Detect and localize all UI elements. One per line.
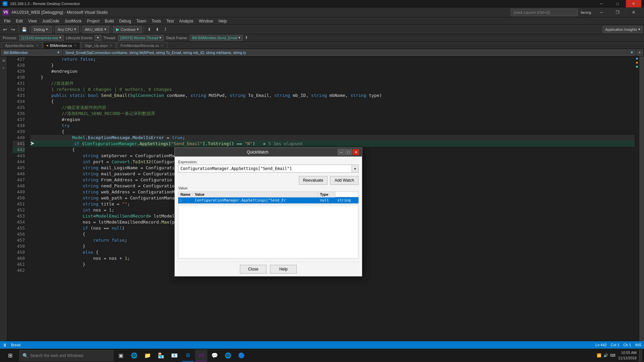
tab-frmmember[interactable]: FrmMemberRecords.cs ✕	[117, 42, 167, 49]
vs-app-icon: VS	[3, 9, 9, 15]
qw-addwatch-btn[interactable]: Add Watch	[330, 176, 359, 185]
menu-project[interactable]: Project	[84, 18, 102, 24]
qw-close-btn[interactable]: ✕	[353, 149, 359, 155]
menu-analyze[interactable]: Analyze	[176, 18, 196, 24]
taskbar-edge[interactable]: 🌐	[128, 350, 140, 362]
activity-bar: ⊠ ≡	[0, 56, 7, 341]
taskbar-mail[interactable]: 📧	[168, 350, 180, 362]
taskbar-ie[interactable]: 🌐	[222, 350, 234, 362]
tb-step-out[interactable]: ⤴	[162, 26, 169, 33]
vs-minimize-button[interactable]: ─	[594, 7, 609, 17]
vertical-scrollbar[interactable]	[639, 56, 644, 341]
tab-frmmember-close[interactable]: ✕	[161, 44, 164, 47]
taskbar-rdp[interactable]: 🖥	[182, 350, 194, 362]
qw-reevaluate-btn[interactable]: Reevaluate	[299, 176, 327, 185]
thread-label: Thread:	[103, 36, 116, 40]
menu-build[interactable]: Build	[102, 18, 117, 24]
taskbar-task-view[interactable]: ▣	[115, 350, 127, 362]
process-value: [12124] iisexpress.exe	[21, 36, 58, 40]
stack-expand-icon[interactable]: ⬆	[245, 36, 248, 40]
qw-minimize-btn[interactable]: ─	[338, 149, 344, 155]
continue-label: Continue	[121, 27, 136, 32]
tb-save-button[interactable]: 💾	[20, 26, 28, 33]
app-insights-button[interactable]: Application Insights ▾	[603, 26, 643, 33]
qw-value-label: Value:	[178, 186, 359, 190]
menu-view[interactable]: View	[25, 18, 40, 24]
taskbar-skype[interactable]: 💬	[209, 350, 221, 362]
tab-bllmember-close[interactable]: ✕	[74, 44, 77, 47]
nav-namespace-dropdown[interactable]: Bill.BillMember ▾	[1, 50, 62, 56]
nav-member-dropdown[interactable]: Send_Email(SqlConnection conName, string…	[63, 50, 635, 56]
menu-test[interactable]: Test	[164, 18, 176, 24]
tab-bllmember[interactable]: ● BllMember.cs ✕	[43, 42, 80, 49]
menu-team[interactable]: Team	[134, 18, 149, 24]
tb-separator-2	[30, 26, 30, 33]
lifecycle-dropdown[interactable]: ▾	[95, 35, 101, 41]
show-desktop-button[interactable]	[639, 350, 642, 362]
qw-title: QuickWatch	[177, 150, 338, 155]
qw-value-detail-area[interactable]	[178, 205, 359, 258]
menu-help[interactable]: Help	[216, 18, 229, 24]
project-dropdown[interactable]: AKU_WEB ▾	[83, 26, 109, 33]
nav-namespace-label: Bill.BillMember	[4, 51, 28, 55]
taskbar-time[interactable]: 10:55 AM 11/12/2018	[618, 350, 637, 361]
vs-close-button[interactable]: ✕	[626, 7, 641, 17]
qw-body: Expression: ▾ Reevaluate Add Watch Value…	[175, 157, 362, 262]
continue-button[interactable]: ▶ Continue ▾	[113, 26, 142, 33]
search-bar[interactable]: 🔍 Search the web and Windows	[19, 350, 113, 361]
menu-file[interactable]: File	[1, 18, 13, 24]
tb-redo-button[interactable]: ↪	[9, 26, 17, 33]
vs-restore-button[interactable]: ❐	[610, 7, 625, 17]
network-icon: 📶	[597, 353, 601, 358]
qw-expression-label: Expression:	[178, 160, 359, 164]
qw-table-row[interactable]: ▷ ConfigurationManager.AppSettings["Send…	[178, 197, 359, 203]
menu-tools[interactable]: Tools	[149, 18, 164, 24]
tb-step-over[interactable]: ⬆	[146, 26, 153, 33]
os-minimize-button[interactable]: ─	[594, 0, 609, 7]
os-maximize-button[interactable]: □	[610, 0, 625, 7]
qw-col-type: Type	[318, 192, 335, 197]
vs-search[interactable]: Quick Launch (Ctrl+Q)	[511, 9, 578, 16]
tb-step-into[interactable]: ⬇	[154, 26, 161, 33]
menu-edit[interactable]: Edit	[13, 18, 25, 24]
tab-ajaxhandler[interactable]: AjaxHandler.ashx ✕	[1, 42, 42, 49]
platform-dropdown[interactable]: Any CPU ▾	[55, 26, 79, 33]
taskbar-explorer[interactable]: 📁	[142, 350, 154, 362]
qw-maximize-btn[interactable]: □	[345, 149, 352, 155]
nav-add-button[interactable]: +	[637, 50, 643, 56]
taskbar-tray-icons[interactable]: 📶 🔊 ⌨	[597, 353, 615, 358]
qw-help-btn[interactable]: Help	[270, 265, 297, 274]
thread-value: [30976] Worker Thread	[120, 36, 158, 40]
activity-icon-2[interactable]: ≡	[1, 65, 6, 70]
taskbar-chrome[interactable]: 🔵	[235, 350, 248, 362]
qw-value-table: Name Value Type ▷ ConfigurationManager.A…	[178, 191, 359, 203]
stack-dropdown[interactable]: Bill.BillMember.Send_Email ▾	[190, 35, 243, 41]
menu-window[interactable]: Window	[196, 18, 216, 24]
os-close-button[interactable]: ✕	[626, 0, 641, 7]
qw-expression-dropdown[interactable]: ▾	[352, 165, 359, 173]
menu-debug[interactable]: Debug	[116, 18, 133, 24]
tab-signup[interactable]: Sign_Up.aspx ✕	[81, 42, 116, 49]
tab-ajaxhandler-close[interactable]: ✕	[36, 44, 39, 47]
quickwatch-dialog[interactable]: QuickWatch ─ □ ✕ Expression: ▾ Reevaluat…	[174, 147, 362, 277]
tab-signup-close[interactable]: ✕	[110, 44, 112, 47]
process-dropdown[interactable]: [12124] iisexpress.exe ▾	[19, 35, 64, 41]
menu-justmock[interactable]: JustMock	[62, 18, 85, 24]
taskbar-vs[interactable]: VS	[195, 350, 207, 362]
thread-dropdown[interactable]: [30976] Worker Thread ▾	[118, 35, 164, 41]
status-ins: INS	[635, 343, 641, 347]
search-label: Search the web and Windows	[30, 353, 84, 358]
tb-separator-4	[80, 26, 81, 33]
debug-mode-dropdown[interactable]: Debug ▾	[32, 26, 52, 33]
start-button[interactable]: ⊞	[2, 349, 18, 362]
tab-bllmember-modified: ●	[47, 44, 49, 47]
menu-justcode[interactable]: JustCode	[40, 18, 62, 24]
tb-undo-button[interactable]: ↩	[1, 26, 9, 33]
stack-value: Bill.BillMember.Send_Email	[192, 36, 237, 40]
qw-titlebar: QuickWatch ─ □ ✕	[175, 148, 362, 157]
activity-icon-1[interactable]: ⊠	[1, 58, 6, 63]
taskbar-store[interactable]: 🏪	[155, 350, 167, 362]
qw-col-value: Value	[193, 192, 318, 197]
qw-expression-input[interactable]	[178, 165, 352, 173]
qw-close-dialog-btn[interactable]: Close	[240, 265, 267, 274]
